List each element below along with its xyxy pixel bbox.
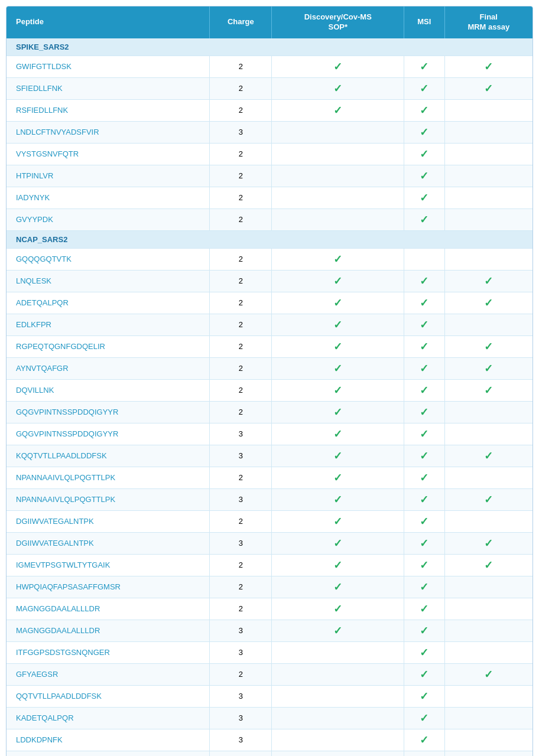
msi-check: ✓ <box>404 467 444 488</box>
msi-check: ✓ <box>404 335 444 357</box>
table-row: RSFIEDLLFNK2✓✓ <box>7 99 532 121</box>
charge-value: 2 <box>210 467 272 488</box>
charge-value: 2 <box>210 248 272 270</box>
col-header-discovery: Discovery/Cov-MSSOP* <box>272 6 404 38</box>
peptide-name: GQQQGQTVTK <box>7 248 210 270</box>
charge-value: 2 <box>210 143 272 165</box>
peptide-name: DGIIWVATEGALNTPK <box>7 532 210 554</box>
checkmark-icon: ✓ <box>484 559 493 571</box>
final-check <box>444 598 532 620</box>
msi-check: ✓ <box>404 620 444 641</box>
msi-check: ✓ <box>404 379 444 401</box>
final-check <box>444 208 532 230</box>
checkmark-icon: ✓ <box>333 450 342 462</box>
charge-value: 3 <box>210 707 272 729</box>
charge-value: 2 <box>210 510 272 532</box>
final-check <box>444 99 532 121</box>
final-check <box>444 620 532 641</box>
discovery-check: ✓ <box>272 77 404 99</box>
col-header-final: FinalMRM assay <box>444 6 532 38</box>
checkmark-icon: ✓ <box>333 472 342 484</box>
checkmark-icon: ✓ <box>484 61 493 73</box>
checkmark-icon: ✓ <box>333 559 342 571</box>
checkmark-icon: ✓ <box>420 363 428 374</box>
msi-check: ✓ <box>404 641 444 663</box>
table-row: ITFGGPSDSTGSNQNGER3✓ <box>7 641 532 663</box>
msi-check: ✓ <box>404 77 444 99</box>
peptide-name: NPANNAAIVLQLPQGTTLPK <box>7 488 210 510</box>
checkmark-icon: ✓ <box>420 214 428 226</box>
msi-check: ✓ <box>404 488 444 510</box>
final-check: ✓ <box>444 663 532 685</box>
peptide-name: GQGVPINTNSSPDDQIGYYR <box>7 423 210 445</box>
checkmark-icon: ✓ <box>420 61 428 73</box>
charge-value: 2 <box>210 357 272 379</box>
final-check <box>444 314 532 335</box>
checkmark-icon: ✓ <box>333 516 342 527</box>
msi-check: ✓ <box>404 165 444 187</box>
msi-check: ✓ <box>404 56 444 77</box>
table-row: SFIEDLLFNK2✓✓✓ <box>7 77 532 99</box>
table-row: GVYYPDK2✓ <box>7 208 532 230</box>
final-check: ✓ <box>444 270 532 292</box>
table-header-row: Peptide Charge Discovery/Cov-MSSOP* MSI … <box>7 6 532 38</box>
msi-check: ✓ <box>404 208 444 230</box>
charge-value: 2 <box>210 663 272 685</box>
col-header-charge: Charge <box>210 6 272 38</box>
peptide-name: GVYYPDK <box>7 208 210 230</box>
discovery-check: ✓ <box>272 314 404 335</box>
table-row: MAGNGGDAALALLLDR3✓✓ <box>7 620 532 641</box>
table-row: EDLKFPR2✓✓ <box>7 314 532 335</box>
charge-value: 2 <box>210 56 272 77</box>
peptide-name: IADYNYK <box>7 187 210 208</box>
checkmark-icon: ✓ <box>420 450 428 462</box>
checkmark-icon: ✓ <box>333 625 342 637</box>
charge-value: 2 <box>210 187 272 208</box>
discovery-check <box>272 707 404 729</box>
msi-check: ✓ <box>404 423 444 445</box>
charge-value: 3 <box>210 445 272 467</box>
msi-check: ✓ <box>404 729 444 751</box>
final-check <box>444 510 532 532</box>
msi-check: ✓ <box>404 598 444 620</box>
charge-value: 3 <box>210 620 272 641</box>
discovery-check: ✓ <box>272 99 404 121</box>
msi-check: ✓ <box>404 554 444 576</box>
checkmark-icon: ✓ <box>484 275 493 287</box>
checkmark-icon: ✓ <box>420 148 428 160</box>
msi-check: ✓ <box>404 685 444 707</box>
checkmark-icon: ✓ <box>484 363 493 374</box>
final-check: ✓ <box>444 77 532 99</box>
msi-check: ✓ <box>404 532 444 554</box>
checkmark-icon: ✓ <box>333 275 342 287</box>
discovery-check: ✓ <box>272 488 404 510</box>
msi-check: ✓ <box>404 314 444 335</box>
discovery-check: ✓ <box>272 357 404 379</box>
discovery-check: ✓ <box>272 598 404 620</box>
discovery-check: ✓ <box>272 620 404 641</box>
peptide-name: EDLKFPR <box>7 314 210 335</box>
charge-value: 2 <box>210 576 272 598</box>
msi-check: ✓ <box>404 143 444 165</box>
checkmark-icon: ✓ <box>333 384 342 396</box>
peptide-name: RGPEQTQGNFGDQELIR <box>7 335 210 357</box>
peptide-name: LNDLCFTNVYADSFVIR <box>7 121 210 143</box>
checkmark-icon: ✓ <box>484 341 493 353</box>
checkmark-icon: ✓ <box>420 734 428 746</box>
charge-value: 2 <box>210 598 272 620</box>
checkmark-icon: ✓ <box>420 126 428 138</box>
table-row: MKDLSPR3✓ <box>7 751 532 756</box>
checkmark-icon: ✓ <box>420 647 428 659</box>
table-row: QQTVTLLPAADLDDFSK3✓ <box>7 685 532 707</box>
table-row: RGPEQTQGNFGDQELIR2✓✓✓ <box>7 335 532 357</box>
table-row: LDDKDPNFK3✓ <box>7 729 532 751</box>
charge-value: 3 <box>210 423 272 445</box>
charge-value: 3 <box>210 121 272 143</box>
checkmark-icon: ✓ <box>420 105 428 116</box>
peptide-name: GFYAEGSR <box>7 663 210 685</box>
discovery-check <box>272 121 404 143</box>
peptide-name: DGIIWVATEGALNTPK <box>7 510 210 532</box>
table-row: GQQQGQTVTK2✓ <box>7 248 532 270</box>
table-row: GFYAEGSR2✓✓ <box>7 663 532 685</box>
msi-check: ✓ <box>404 707 444 729</box>
